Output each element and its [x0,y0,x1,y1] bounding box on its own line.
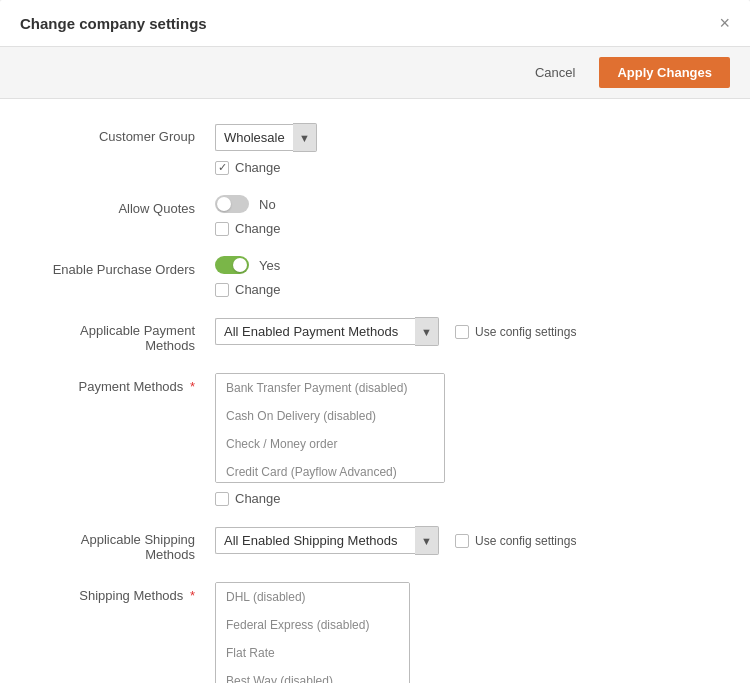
payment-methods-controls: Bank Transfer Payment (disabled) Cash On… [215,373,710,506]
customer-group-change-row: Change [215,160,710,175]
applicable-payment-methods-select-wrapper: All Enabled Payment Methods Specific Pay… [215,317,439,346]
payment-use-config-checkbox[interactable] [455,325,469,339]
payment-methods-required: * [186,379,195,394]
customer-group-change-checkbox[interactable] [215,161,229,175]
shipping-use-config-label: Use config settings [475,534,576,548]
toolbar: Cancel Apply Changes [0,47,750,99]
payment-methods-row: Payment Methods * Bank Transfer Payment … [40,373,710,506]
shipping-methods-required: * [186,588,195,603]
applicable-shipping-methods-label: Applicable Shipping Methods [40,526,215,562]
customer-group-select[interactable]: Wholesale Retail General [215,124,293,151]
list-item: DHL (disabled) [216,583,409,611]
shipping-use-config-row: Use config settings [455,534,576,548]
customer-group-row: Customer Group Wholesale Retail General … [40,123,710,175]
applicable-shipping-methods-controls: All Enabled Shipping Methods Specific Sh… [215,526,710,555]
customer-group-controls: Wholesale Retail General ▼ Change [215,123,710,175]
shipping-methods-row: Shipping Methods * DHL (disabled) Federa… [40,582,710,683]
applicable-shipping-methods-row: Applicable Shipping Methods All Enabled … [40,526,710,562]
applicable-shipping-methods-select[interactable]: All Enabled Shipping Methods Specific Sh… [215,527,415,554]
modal-header: Change company settings × [0,0,750,47]
applicable-shipping-methods-select-wrapper: All Enabled Shipping Methods Specific Sh… [215,526,439,555]
list-item: Cash On Delivery (disabled) [216,402,444,430]
enable-purchase-orders-change-label: Change [235,282,281,297]
allow-quotes-change-label: Change [235,221,281,236]
enable-purchase-orders-change-checkbox[interactable] [215,283,229,297]
allow-quotes-row: Allow Quotes No Change [40,195,710,236]
applicable-shipping-methods-select-arrow[interactable]: ▼ [415,526,439,555]
payment-methods-change-row: Change [215,491,710,506]
allow-quotes-change-row: Change [215,221,710,236]
payment-methods-listbox[interactable]: Bank Transfer Payment (disabled) Cash On… [215,373,445,483]
enable-purchase-orders-toggle[interactable] [215,256,249,274]
modal-body: Customer Group Wholesale Retail General … [0,99,750,683]
enable-purchase-orders-row: Enable Purchase Orders Yes Change [40,256,710,297]
applicable-payment-methods-applicable-row: All Enabled Payment Methods Specific Pay… [215,317,710,346]
shipping-methods-label: Shipping Methods * [40,582,215,603]
payment-methods-change-label: Change [235,491,281,506]
cancel-button[interactable]: Cancel [521,58,589,87]
payment-use-config-label: Use config settings [475,325,576,339]
allow-quotes-toggle[interactable] [215,195,249,213]
close-icon[interactable]: × [719,14,730,32]
list-item: Check / Money order [216,430,444,458]
applicable-payment-methods-row: Applicable Payment Methods All Enabled P… [40,317,710,353]
allow-quotes-value: No [259,197,276,212]
payment-use-config-row: Use config settings [455,325,576,339]
list-item: Bank Transfer Payment (disabled) [216,374,444,402]
customer-group-change-label: Change [235,160,281,175]
enable-purchase-orders-controls: Yes Change [215,256,710,297]
modal: Change company settings × Cancel Apply C… [0,0,750,683]
enable-purchase-orders-label: Enable Purchase Orders [40,256,215,277]
allow-quotes-controls: No Change [215,195,710,236]
applicable-shipping-methods-applicable-row: All Enabled Shipping Methods Specific Sh… [215,526,710,555]
modal-title: Change company settings [20,15,207,32]
allow-quotes-toggle-row: No [215,195,710,213]
list-item: Federal Express (disabled) [216,611,409,639]
applicable-payment-methods-select[interactable]: All Enabled Payment Methods Specific Pay… [215,318,415,345]
applicable-payment-methods-controls: All Enabled Payment Methods Specific Pay… [215,317,710,346]
allow-quotes-label: Allow Quotes [40,195,215,216]
shipping-methods-listbox[interactable]: DHL (disabled) Federal Express (disabled… [215,582,410,683]
list-item: Best Way (disabled) [216,667,409,683]
customer-group-label: Customer Group [40,123,215,144]
list-item: Flat Rate [216,639,409,667]
customer-group-select-arrow[interactable]: ▼ [293,123,317,152]
allow-quotes-change-checkbox[interactable] [215,222,229,236]
shipping-methods-controls: DHL (disabled) Federal Express (disabled… [215,582,710,683]
payment-methods-label: Payment Methods * [40,373,215,394]
payment-methods-change-checkbox[interactable] [215,492,229,506]
shipping-use-config-checkbox[interactable] [455,534,469,548]
apply-changes-button[interactable]: Apply Changes [599,57,730,88]
enable-purchase-orders-value: Yes [259,258,280,273]
list-item: Credit Card (Payflow Advanced) (disabled… [216,458,444,483]
applicable-payment-methods-select-arrow[interactable]: ▼ [415,317,439,346]
applicable-payment-methods-label: Applicable Payment Methods [40,317,215,353]
customer-group-select-wrapper: Wholesale Retail General ▼ [215,123,710,152]
enable-purchase-orders-change-row: Change [215,282,710,297]
enable-purchase-orders-toggle-row: Yes [215,256,710,274]
